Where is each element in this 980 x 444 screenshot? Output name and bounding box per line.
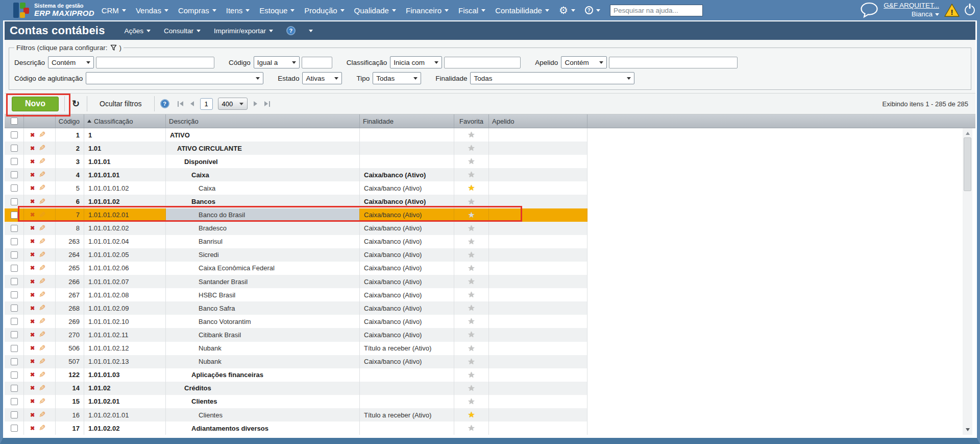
favorite-star-icon[interactable]: ★ (468, 277, 475, 286)
table-row[interactable]: ✖✎2681.01.01.02.09Banco SafraCaixa/banco… (5, 301, 587, 315)
cell-classificacao[interactable]: 1.01.01.02.04 (84, 235, 166, 248)
edit-pencil-icon[interactable]: ✎ (39, 251, 45, 259)
delete-icon[interactable]: ✖ (30, 412, 35, 418)
cell-finalidade[interactable] (360, 395, 454, 408)
cell-finalidade[interactable]: Caixa/banco (Ativo) (360, 248, 454, 262)
table-row[interactable]: ✖✎41.01.01.01CaixaCaixa/banco (Ativo)★ (5, 168, 587, 181)
favorite-star-icon[interactable]: ★ (468, 344, 475, 353)
cell-classificacao[interactable]: 1.01.01.02.10 (84, 315, 166, 328)
delete-icon[interactable]: ✖ (30, 292, 35, 298)
row-checkbox[interactable] (11, 158, 18, 165)
cell-finalidade[interactable] (360, 382, 454, 395)
table-row[interactable]: ✖✎21.01ATIVO CIRCULANTE★ (5, 142, 587, 155)
delete-icon[interactable]: ✖ (30, 238, 35, 245)
table-row[interactable]: ✖✎2661.01.01.02.07Santander BrasilCaixa/… (5, 275, 587, 288)
menu-itens[interactable]: Itens (226, 6, 250, 15)
cell-apelido[interactable] (489, 315, 587, 328)
cell-descricao[interactable]: Caixa Econômica Federal (166, 262, 360, 275)
cell-apelido[interactable] (489, 395, 587, 408)
cell-classificacao[interactable]: 1.01.01.02.06 (84, 262, 166, 275)
cell-codigo[interactable]: 270 (56, 328, 84, 341)
cell-apelido[interactable] (489, 288, 587, 301)
toolbar-help-icon[interactable]: ? (160, 99, 169, 108)
cell-descricao[interactable]: Clientes (166, 408, 360, 422)
delete-icon[interactable]: ✖ (30, 251, 35, 258)
cell-apelido[interactable] (489, 128, 587, 142)
cell-descricao[interactable]: Bradesco (166, 222, 360, 235)
table-row[interactable]: ✖✎2631.01.01.02.04BanrisulCaixa/banco (A… (5, 235, 587, 248)
row-checkbox[interactable] (11, 385, 18, 392)
cell-descricao[interactable]: Banco Votorantim (166, 315, 360, 328)
row-checkbox[interactable] (11, 305, 18, 312)
cell-classificacao[interactable]: 1.01.01.02.12 (84, 342, 166, 355)
cell-apelido[interactable] (489, 368, 587, 382)
menu-compras[interactable]: Compras (178, 6, 216, 15)
cell-codigo[interactable]: 263 (56, 235, 84, 248)
cell-finalidade[interactable]: Título a receber (Ativo) (360, 342, 454, 355)
delete-icon[interactable]: ✖ (30, 212, 35, 218)
row-checkbox[interactable] (11, 212, 18, 219)
scroll-down-icon[interactable] (963, 426, 972, 434)
menu-estoque[interactable]: Estoque (259, 6, 295, 15)
favorite-star-icon[interactable]: ★ (468, 424, 475, 432)
cell-codigo[interactable]: 7 (56, 208, 84, 222)
cell-descricao[interactable]: HSBC Brasil (166, 288, 360, 301)
table-row[interactable]: ✖✎31.01.01Disponível★ (5, 155, 587, 168)
row-checkbox[interactable] (11, 371, 18, 379)
cell-codigo[interactable]: 122 (56, 368, 84, 382)
row-checkbox[interactable] (11, 131, 18, 138)
cell-descricao[interactable]: Aplicações financeiras (166, 368, 360, 382)
menu-qualidade[interactable]: Qualidade (354, 6, 396, 15)
header-descricao[interactable]: Descrição (166, 114, 360, 128)
cell-finalidade[interactable]: Caixa/banco (Ativo) (360, 355, 454, 368)
favorite-star-icon[interactable]: ★ (468, 251, 475, 259)
settings-menu[interactable]: ⚙ (559, 5, 575, 15)
row-checkbox[interactable] (11, 238, 18, 245)
last-page-button[interactable] (263, 100, 271, 108)
cell-apelido[interactable] (489, 422, 587, 435)
header-apelido[interactable]: Apelido (489, 114, 587, 128)
cell-apelido[interactable] (489, 181, 587, 195)
favorite-star-icon[interactable]: ★ (468, 131, 475, 139)
cell-descricao[interactable]: ATIVO (166, 128, 360, 142)
cell-descricao[interactable]: Citibank Brasil (166, 328, 360, 341)
cell-classificacao[interactable]: 1.01.02.01 (84, 395, 166, 408)
row-checkbox[interactable] (11, 358, 18, 365)
cell-codigo[interactable]: 6 (56, 195, 84, 208)
delete-icon[interactable]: ✖ (30, 318, 35, 325)
cell-finalidade[interactable] (360, 155, 454, 168)
page-number-input[interactable] (200, 98, 213, 110)
cell-descricao[interactable]: Disponível (166, 155, 360, 168)
row-checkbox[interactable] (11, 171, 18, 178)
favorite-star-icon[interactable]: ★ (468, 317, 475, 325)
finalidade-select[interactable]: Todas (470, 72, 634, 84)
codigo-operator-select[interactable]: Igual a (254, 56, 300, 68)
favorite-star-icon[interactable]: ★ (468, 157, 475, 166)
row-checkbox[interactable] (11, 331, 18, 338)
cell-descricao[interactable]: Banco Safra (166, 301, 360, 315)
menu-vendas[interactable]: Vendas (136, 6, 168, 15)
cell-codigo[interactable]: 265 (56, 262, 84, 275)
cell-finalidade[interactable]: Caixa/banco (Ativo) (360, 328, 454, 341)
cell-finalidade[interactable]: Caixa/banco (Ativo) (360, 235, 454, 248)
chevron-down-icon[interactable] (309, 30, 313, 32)
favorite-star-icon[interactable]: ★ (468, 398, 475, 406)
cell-classificacao[interactable]: 1.01.01.02.11 (84, 328, 166, 341)
scrollbar-thumb[interactable] (964, 137, 971, 191)
edit-pencil-icon[interactable]: ✎ (39, 277, 45, 286)
table-row[interactable]: ✖✎5061.01.01.02.12NubankTítulo a receber… (5, 342, 587, 355)
favorite-star-icon[interactable]: ★ (468, 198, 475, 206)
cell-apelido[interactable] (489, 142, 587, 155)
row-checkbox[interactable] (11, 345, 18, 352)
cell-codigo[interactable]: 5 (56, 181, 84, 195)
help-search-input[interactable] (610, 5, 703, 16)
cell-apelido[interactable] (489, 328, 587, 341)
delete-icon[interactable]: ✖ (30, 398, 35, 405)
favorite-star-icon[interactable]: ★ (468, 264, 475, 272)
edit-pencil-icon[interactable]: ✎ (39, 291, 45, 299)
delete-icon[interactable]: ✖ (30, 385, 35, 391)
novo-button[interactable]: Novo (12, 97, 59, 111)
row-checkbox[interactable] (11, 318, 18, 325)
row-checkbox[interactable] (11, 184, 18, 192)
cell-classificacao[interactable]: 1.01.01.02.13 (84, 355, 166, 368)
